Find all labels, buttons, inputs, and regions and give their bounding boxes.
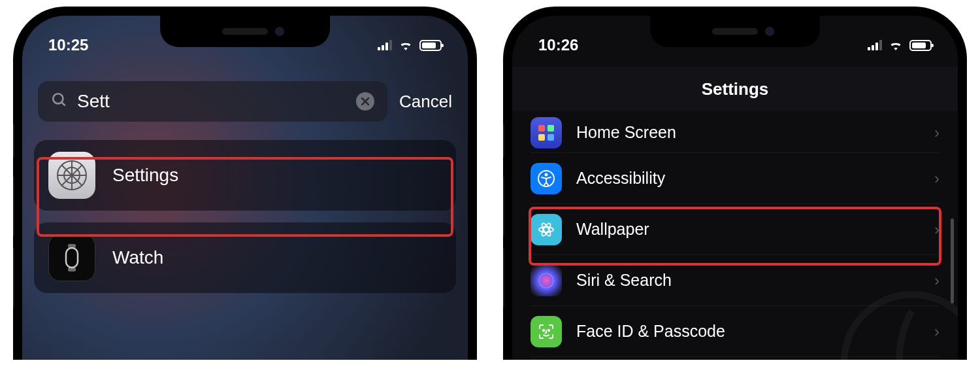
svg-point-18 <box>545 173 548 176</box>
phone-right: 10:26 Settings Home Screen › <box>503 7 967 360</box>
row-wallpaper[interactable]: Wallpaper › <box>531 204 939 255</box>
page-title: Settings <box>702 79 769 99</box>
svg-point-25 <box>548 329 549 330</box>
cellular-icon <box>868 40 882 50</box>
mute-switch <box>13 124 14 157</box>
battery-icon <box>419 40 442 51</box>
svg-rect-14 <box>547 125 554 131</box>
screen-spotlight: 10:25 Sett Canc <box>22 16 468 360</box>
cancel-button[interactable]: Cancel <box>399 92 452 112</box>
row-label: Accessibility <box>576 169 920 188</box>
volume-up-button <box>503 177 504 235</box>
siri-icon <box>531 265 562 296</box>
screen-settings: 10:26 Settings Home Screen › <box>512 16 958 360</box>
settings-app-icon <box>48 152 95 199</box>
row-label: Wallpaper <box>576 220 920 239</box>
phone-left: 10:25 Sett Canc <box>13 7 477 360</box>
wifi-icon <box>399 36 413 54</box>
search-icon <box>51 92 68 111</box>
status-indicators <box>378 36 442 54</box>
home-screen-icon <box>531 117 562 148</box>
row-label: Home Screen <box>576 123 920 142</box>
wifi-icon <box>889 36 903 54</box>
volume-down-button <box>13 249 14 307</box>
result-label: Watch <box>112 247 163 268</box>
svg-point-23 <box>539 273 553 288</box>
clear-search-button[interactable] <box>356 92 374 111</box>
svg-rect-12 <box>68 268 76 271</box>
svg-rect-16 <box>547 134 554 141</box>
svg-point-24 <box>543 329 544 330</box>
spotlight-content: Sett Cancel <box>22 81 468 305</box>
watch-app-icon <box>48 234 95 281</box>
svg-rect-10 <box>66 248 78 268</box>
battery-icon <box>909 40 932 51</box>
chevron-right-icon: › <box>934 124 939 142</box>
svg-rect-15 <box>538 134 545 141</box>
svg-rect-11 <box>68 244 76 248</box>
chevron-right-icon: › <box>934 169 939 188</box>
search-input[interactable]: Sett <box>38 81 387 122</box>
svg-rect-13 <box>538 125 545 131</box>
svg-line-1 <box>61 102 65 105</box>
status-indicators <box>868 36 932 54</box>
svg-point-20 <box>539 227 553 232</box>
result-label: Settings <box>112 165 178 186</box>
row-accessibility[interactable]: Accessibility › <box>531 153 939 204</box>
accessibility-icon <box>531 163 562 194</box>
search-result-watch[interactable]: Watch <box>34 222 456 293</box>
notch <box>160 16 330 47</box>
mute-switch <box>503 124 504 157</box>
wallpaper-icon <box>531 214 562 245</box>
faceid-icon <box>531 316 562 347</box>
svg-point-0 <box>53 94 63 103</box>
nav-title: Settings <box>512 67 958 111</box>
status-time: 10:25 <box>48 36 88 54</box>
volume-up-button <box>13 177 14 235</box>
cellular-icon <box>378 40 392 50</box>
watermark-icon <box>827 277 958 360</box>
volume-down-button <box>503 249 504 307</box>
chevron-right-icon: › <box>934 220 939 239</box>
search-query-text: Sett <box>77 91 347 112</box>
notch <box>650 16 820 47</box>
status-time: 10:26 <box>538 36 578 54</box>
row-home-screen[interactable]: Home Screen › <box>531 113 939 153</box>
search-result-settings[interactable]: Settings <box>34 140 456 211</box>
